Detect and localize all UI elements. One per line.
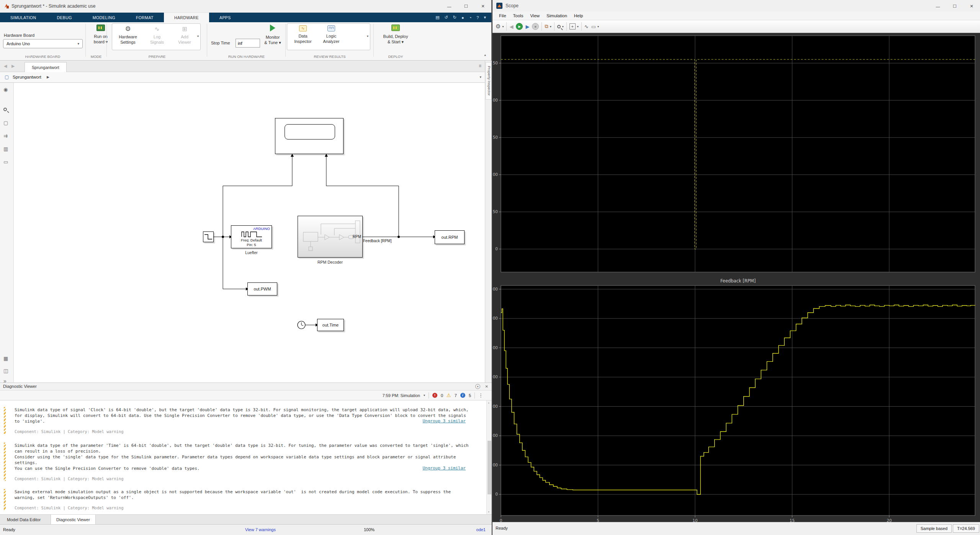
panel-caret-icon[interactable]: ▾ [367, 34, 368, 38]
rpm-port-label: RPM [353, 235, 361, 239]
build-deploy-button[interactable]: Build, Deploy & Start ▾ [381, 25, 410, 44]
fit-view-icon[interactable]: ▢ [3, 120, 8, 126]
luefter-block[interactable]: ARDUINO Freq: Default Pin: 5 [231, 225, 272, 248]
out-time-block[interactable]: out.Time [317, 319, 344, 331]
warning-count[interactable]: 7 [455, 393, 457, 398]
ungroup-link[interactable]: Ungroup 3 similar [422, 466, 466, 471]
selector-caret-icon[interactable]: ▾ [550, 25, 551, 28]
scrollbar[interactable]: ▴ ▾ [486, 400, 492, 514]
tab-format[interactable]: FORMAT [126, 13, 164, 22]
close-panel-icon[interactable]: ✕ [485, 384, 488, 389]
svg-text:4000: 4000 [492, 374, 498, 379]
minimize-icon[interactable]: — [929, 0, 946, 13]
undo-icon[interactable]: ↺ [445, 15, 448, 20]
ungroup-link[interactable]: Ungroup 3 similar [422, 418, 466, 423]
menu-help[interactable]: Help [571, 13, 587, 18]
record-icon[interactable]: ● [461, 15, 464, 20]
dock-panel-icon[interactable]: ▾ [475, 384, 480, 389]
model-canvas[interactable]: ARDUINO Freq: Default Pin: 5 Luefter [14, 83, 485, 382]
settings-gear-icon[interactable]: ⚙ [496, 23, 501, 30]
signal-selector-icon[interactable]: ⧉ [545, 23, 548, 30]
annotation-image-icon[interactable]: ▥ [3, 146, 8, 152]
menu-view[interactable]: View [527, 13, 543, 18]
tab-diagnostic-viewer[interactable]: Diagnostic Viewer [51, 515, 96, 525]
logic-analyzer-button[interactable]: ⊓⊓ Logic Analyzer [318, 25, 345, 44]
minimize-icon[interactable]: — [441, 0, 458, 13]
scrollbar-thumb[interactable] [488, 441, 491, 494]
property-inspector-tab[interactable]: Property Inspector [486, 62, 492, 100]
hardware-settings-button[interactable]: ⚙ Hardware Settings [114, 25, 142, 45]
data-inspector-button[interactable]: ∿ Data Inspector [290, 25, 316, 44]
out-pwm-block[interactable]: out.PWM [247, 282, 277, 295]
gear-caret-icon[interactable]: ▾ [502, 25, 504, 28]
annotation-box-icon[interactable]: ▭ [3, 159, 8, 165]
step-source-block[interactable] [203, 231, 214, 242]
menu-tools[interactable]: Tools [510, 13, 527, 18]
scope-window-title: Scope [506, 3, 519, 8]
help-icon[interactable]: ? [476, 15, 479, 20]
zoom-caret-icon[interactable]: ▾ [562, 25, 564, 28]
monitor-tune-button[interactable]: Monitor & Tune ▾ [263, 25, 283, 45]
doc-tab-sprungantwort[interactable]: Sprungantwort [25, 62, 67, 72]
trigger-icon[interactable]: ∿ [584, 24, 589, 30]
tab-hardware[interactable]: HARDWARE [164, 13, 209, 22]
stop-icon[interactable]: ■ [532, 23, 539, 30]
nav-forward-icon[interactable]: ▶ [11, 64, 15, 69]
tab-modeling[interactable]: MODELING [82, 13, 126, 22]
zoom-icon[interactable] [3, 107, 7, 112]
nav-back-icon[interactable]: ◀ [4, 64, 7, 69]
warning-meta: Component: Simulink | Category: Model wa… [15, 429, 466, 434]
rpm-decoder-block[interactable]: RPM [298, 216, 363, 258]
save-icon[interactable]: ▤ [435, 15, 439, 20]
session-caret-icon[interactable]: ▾ [424, 394, 425, 397]
clock-block[interactable] [297, 321, 306, 330]
progress-icon[interactable]: ◔ [469, 15, 472, 20]
tab-model-data-editor[interactable]: Model Data Editor [2, 515, 46, 525]
fit-to-view-icon[interactable]: + [569, 23, 576, 30]
group-hardware-board: HARDWARE BOARD [0, 54, 85, 59]
scope-block[interactable] [275, 118, 344, 154]
measure-caret-icon[interactable]: ▾ [597, 25, 599, 28]
measurements-icon[interactable]: ▭ [591, 24, 596, 30]
view-warnings-link[interactable]: View 7 warnings [245, 527, 276, 532]
tab-apps[interactable]: APPS [209, 13, 241, 22]
signal-routing-icon[interactable]: ⇉ [3, 133, 8, 139]
close-icon[interactable]: ✕ [474, 0, 491, 13]
more-options-icon[interactable]: ⋮ [478, 392, 483, 398]
menu-simulation[interactable]: Simulation [543, 13, 571, 18]
breadcrumb[interactable]: Sprungantwort [13, 75, 41, 79]
log-signals-button[interactable]: ∿ Log Signals [144, 25, 170, 45]
tab-debug[interactable]: DEBUG [46, 13, 82, 22]
info-count[interactable]: 5 [469, 393, 471, 398]
scroll-down-icon[interactable]: ▾ [488, 510, 489, 514]
add-viewer-button[interactable]: ⊞ Add Viewer [172, 25, 198, 45]
close-icon[interactable]: ✕ [963, 0, 980, 13]
svg-text:7000: 7000 [492, 287, 498, 291]
maximize-icon[interactable]: ☐ [458, 0, 474, 13]
rewind-icon[interactable]: ◀ [509, 24, 513, 30]
split-view-icon[interactable]: ◫ [3, 368, 8, 374]
tab-list-icon[interactable]: ≡ [479, 63, 481, 69]
stop-time-input[interactable] [236, 39, 260, 48]
out-rpm-block[interactable]: out.RPM [435, 230, 465, 244]
error-count[interactable]: 0 [441, 393, 443, 398]
tab-simulation[interactable]: SIMULATION [0, 13, 46, 22]
toolbar-caret-icon[interactable]: ▾ [484, 15, 486, 20]
run-on-board-button[interactable]: Run on board ▾ [92, 25, 110, 44]
model-data-icon[interactable]: ▦ [3, 356, 8, 361]
solver-name[interactable]: ode1 [476, 527, 486, 532]
scope-mode: Sample based [916, 524, 952, 533]
session-select[interactable]: 7:59 PM: Simulation [383, 393, 420, 398]
menu-file[interactable]: File [496, 13, 510, 18]
collapse-ribbon-icon[interactable]: ▴ [484, 53, 486, 57]
browse-icon[interactable]: ◉ [3, 87, 8, 92]
run-icon[interactable]: ▶ [516, 23, 523, 30]
step-forward-icon[interactable]: ▶ [525, 24, 529, 30]
hardware-board-select[interactable]: Arduino Uno ▾ [3, 39, 83, 48]
maximize-icon[interactable]: ☐ [946, 0, 963, 13]
zoom-tool-icon[interactable] [557, 25, 561, 28]
scroll-up-icon[interactable]: ▴ [488, 401, 489, 404]
span-caret-icon[interactable]: ▾ [577, 25, 579, 28]
redo-icon[interactable]: ↻ [453, 15, 456, 20]
breadcrumb-caret-icon[interactable]: ▾ [479, 75, 481, 79]
